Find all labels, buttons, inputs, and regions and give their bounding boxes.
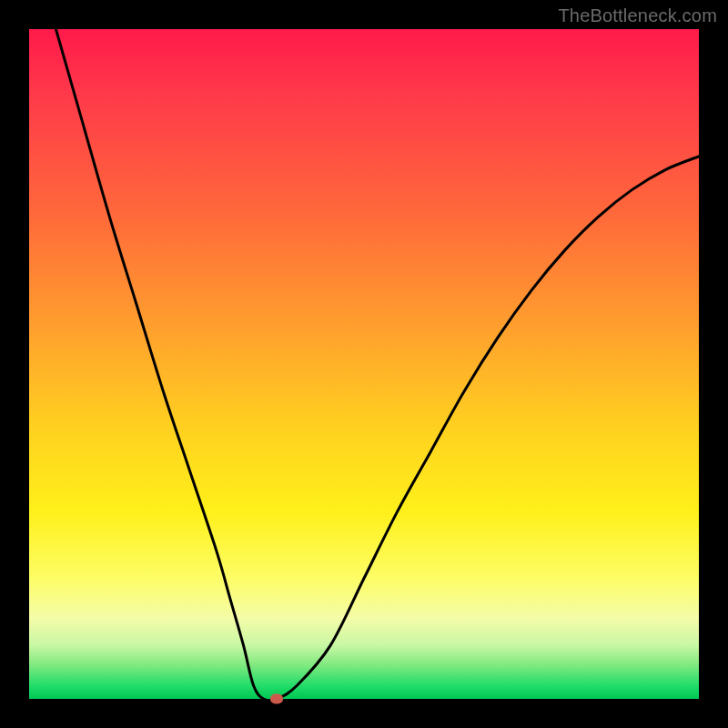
curve-svg — [29, 29, 699, 699]
chart-frame: TheBottleneck.com — [0, 0, 728, 728]
bottleneck-curve — [56, 29, 699, 699]
plot-area — [29, 29, 699, 699]
min-marker — [270, 694, 283, 704]
watermark-text: TheBottleneck.com — [558, 5, 717, 26]
